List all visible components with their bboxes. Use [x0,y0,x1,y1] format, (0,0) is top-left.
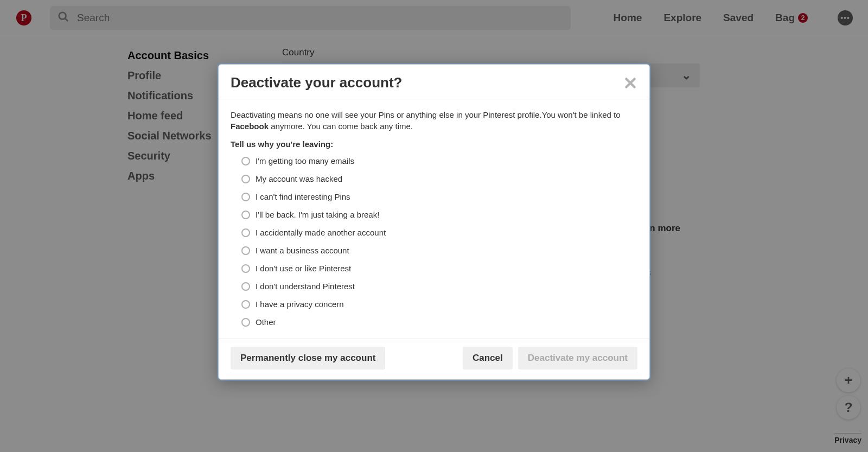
radio-icon [241,211,250,219]
reason-label: I'll be back. I'm just taking a break! [256,209,379,220]
reason-hacked[interactable]: My account was hacked [241,173,637,184]
radio-icon [241,318,250,327]
modal-desc-part1: Deactivating means no one will see your … [231,110,621,119]
radio-icon [241,300,250,309]
reason-no-interesting-pins[interactable]: I can't find interesting Pins [241,191,637,202]
modal-title: Deactivate your account? [231,74,402,91]
modal-desc-bold: Facebook [231,122,269,131]
reason-label: I want a business account [256,245,349,256]
reason-label: I'm getting too many emails [256,155,354,167]
permanently-close-button[interactable]: Permanently close my account [231,347,385,370]
reason-other[interactable]: Other [241,316,637,328]
radio-icon [241,228,250,237]
reason-label: I can't find interesting Pins [256,191,350,202]
modal-footer: Permanently close my account Cancel Deac… [219,339,649,379]
reason-list: I'm getting too many emails My account w… [231,155,637,328]
reason-too-many-emails[interactable]: I'm getting too many emails [241,155,637,167]
reason-accidental-account[interactable]: I accidentally made another account [241,227,637,238]
modal-desc-part2: anymore. You can come back any time. [269,122,413,131]
modal-body: Deactivating means no one will see your … [219,99,649,339]
reason-dont-use[interactable]: I don't use or like Pinterest [241,263,637,274]
reason-business-account[interactable]: I want a business account [241,245,637,256]
modal-cancel-button[interactable]: Cancel [463,347,513,370]
close-icon[interactable] [623,76,637,90]
reason-privacy-concern[interactable]: I have a privacy concern [241,298,637,310]
radio-icon [241,193,250,201]
deactivate-modal: Deactivate your account? Deactivating me… [218,64,650,380]
modal-header: Deactivate your account? [219,65,649,99]
reason-label: Other [256,316,276,328]
reason-label: I have a privacy concern [256,298,344,310]
radio-icon [241,175,250,183]
reason-label: I don't understand Pinterest [256,281,355,292]
reason-label: My account was hacked [256,173,342,184]
reason-taking-break[interactable]: I'll be back. I'm just taking a break! [241,209,637,220]
modal-description: Deactivating means no one will see your … [231,109,637,132]
radio-icon [241,282,250,291]
radio-icon [241,246,250,255]
reason-dont-understand[interactable]: I don't understand Pinterest [241,281,637,292]
radio-icon [241,264,250,273]
tell-us-label: Tell us why you're leaving: [231,138,637,150]
deactivate-account-button[interactable]: Deactivate my account [518,347,637,370]
radio-icon [241,157,250,165]
reason-label: I accidentally made another account [256,227,386,238]
reason-label: I don't use or like Pinterest [256,263,351,274]
modal-overlay: Deactivate your account? Deactivating me… [0,0,868,452]
